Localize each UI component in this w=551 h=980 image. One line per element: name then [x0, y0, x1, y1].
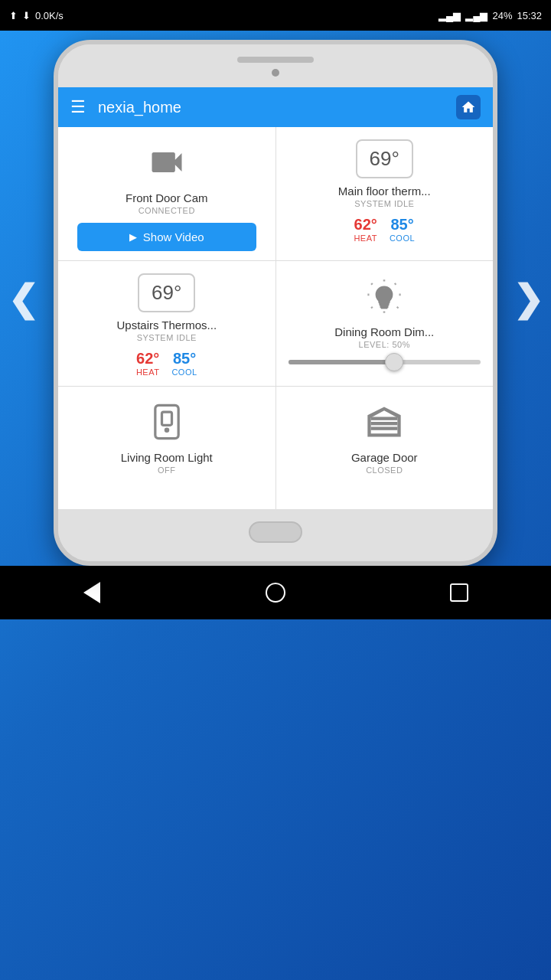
signal-icon-2: ▂▄▆: [465, 10, 487, 21]
svg-rect-4: [380, 305, 389, 308]
play-icon: ▶: [129, 231, 137, 243]
slider-fill: [289, 360, 394, 364]
bulb-icon: [361, 273, 407, 319]
back-icon: [83, 582, 100, 603]
upstairs-cool-col: 85° COOL: [171, 350, 197, 377]
slider-track: [289, 360, 481, 364]
camera-dot: [272, 69, 279, 77]
app-header: ☰ nexia_home: [58, 87, 493, 127]
right-arrow[interactable]: ❯: [513, 277, 543, 320]
show-video-button[interactable]: ▶ Show Video: [77, 223, 256, 251]
main-floor-cool-col: 85° COOL: [390, 216, 415, 243]
upstairs-temp-display: 69°: [138, 273, 195, 312]
device-card-upstairs-therm[interactable]: 69° Upstairs Thermos... SYSTEM IDLE 62° …: [58, 261, 276, 386]
main-floor-cool-val: 85°: [390, 216, 413, 234]
upstairs-heat-col: 62° HEAT: [136, 350, 160, 377]
front-door-cam-name: Front Door Cam: [126, 191, 208, 204]
device-grid: Front Door Cam CONNECTED ▶ Show Video 69…: [58, 127, 493, 509]
main-floor-heat-val: 62°: [354, 216, 377, 234]
camera-icon: [144, 139, 190, 185]
device-card-garage-door[interactable]: Garage Door CLOSED: [276, 387, 494, 509]
main-floor-temp-display: 69°: [356, 139, 413, 178]
upstairs-heat-val: 62°: [136, 350, 159, 368]
main-floor-therm-name: Main floor therm...: [338, 185, 431, 198]
recents-square-icon: [450, 583, 468, 602]
main-floor-heat-label: HEAT: [354, 234, 377, 243]
upstairs-heat-cool: 62° HEAT 85° COOL: [136, 350, 197, 377]
phone-bottom: [58, 509, 493, 561]
show-video-label: Show Video: [143, 230, 204, 243]
slider-thumb[interactable]: [385, 353, 403, 371]
device-card-front-door-cam[interactable]: Front Door Cam CONNECTED ▶ Show Video: [58, 127, 276, 260]
phone-top: [58, 44, 493, 87]
svg-rect-6: [161, 412, 171, 425]
speaker-grille: [237, 57, 314, 63]
dimmer-slider[interactable]: [285, 360, 484, 364]
device-card-living-room-light[interactable]: Living Room Light OFF: [58, 387, 276, 509]
upstairs-therm-name: Upstairs Thermos...: [116, 318, 217, 332]
hamburger-menu-icon[interactable]: ☰: [70, 97, 86, 117]
living-room-light-name: Living Room Light: [121, 451, 213, 464]
app-screen: ☰ nexia_home Front Door Cam CONNECTED: [58, 87, 493, 509]
front-door-cam-status: CONNECTED: [139, 206, 195, 215]
device-card-dining-room-dim[interactable]: Dining Room Dim... LEVEL: 50%: [276, 261, 494, 386]
back-button[interactable]: [78, 579, 106, 606]
download-icon: ⬇: [22, 10, 31, 21]
battery-indicator: 24%: [492, 10, 512, 21]
upstairs-cool-label: COOL: [171, 368, 197, 377]
left-arrow[interactable]: ❮: [8, 277, 38, 320]
garage-door-status: CLOSED: [366, 466, 403, 475]
garage-door-icon: [361, 399, 407, 445]
upstairs-cool-val: 85°: [173, 350, 196, 368]
android-nav-bar: [0, 566, 551, 619]
main-floor-cool-label: COOL: [390, 234, 415, 243]
dining-room-dim-name: Dining Room Dim...: [334, 325, 434, 338]
living-room-light-status: OFF: [158, 466, 176, 475]
home-button[interactable]: [262, 579, 289, 606]
phone-wrapper: ❮ ☰ nexia_home: [0, 31, 551, 566]
dining-room-dim-status: LEVEL: 50%: [359, 340, 410, 349]
upstairs-therm-status: SYSTEM IDLE: [137, 333, 197, 342]
home-icon[interactable]: [456, 95, 481, 119]
svg-rect-9: [371, 422, 398, 425]
svg-rect-10: [371, 427, 398, 430]
main-floor-heat-col: 62° HEAT: [354, 216, 377, 243]
phone-home-button[interactable]: [249, 521, 302, 543]
status-right-icons: ▂▄▆ ▂▄▆ 24% 15:32: [439, 10, 542, 21]
phone-shell: ☰ nexia_home Front Door Cam CONNECTED: [54, 40, 497, 566]
upload-icon: ⬆: [9, 10, 18, 21]
light-switch-icon: [144, 399, 190, 445]
main-floor-heat-cool: 62° HEAT 85° COOL: [354, 216, 415, 243]
signal-icon: ▂▄▆: [439, 10, 461, 21]
recents-button[interactable]: [445, 579, 473, 606]
svg-rect-5: [155, 405, 178, 438]
upstairs-heat-label: HEAT: [136, 368, 160, 377]
home-circle-icon: [266, 583, 285, 603]
device-card-main-floor-therm[interactable]: 69° Main floor therm... SYSTEM IDLE 62° …: [276, 127, 494, 260]
status-bar: ⬆ ⬇ 0.0K/s ▂▄▆ ▂▄▆ 24% 15:32: [0, 0, 551, 31]
main-floor-therm-status: SYSTEM IDLE: [354, 199, 414, 208]
svg-point-7: [165, 428, 170, 433]
svg-rect-3: [380, 303, 390, 305]
clock: 15:32: [517, 10, 542, 21]
status-left-icons: ⬆ ⬇ 0.0K/s: [9, 10, 64, 21]
app-title: nexia_home: [98, 99, 444, 116]
garage-door-name: Garage Door: [351, 451, 418, 464]
network-speed: 0.0K/s: [35, 10, 64, 21]
svg-rect-8: [371, 417, 398, 420]
